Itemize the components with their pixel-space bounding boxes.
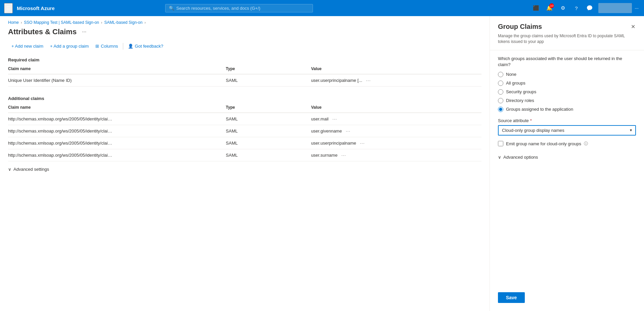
table-row: http://schemas.xmlsoap.org/ws/2005/05/id…: [8, 137, 481, 149]
radio-option-all-groups[interactable]: All groups: [498, 81, 636, 86]
required-claim-type-cell: SAML: [226, 74, 311, 87]
emit-group-label: Emit group name for cloud-only groups: [506, 141, 581, 146]
breadcrumb-sso[interactable]: SSO Mapping Test | SAML-based Sign-on: [24, 20, 99, 25]
radio-option-directory-roles[interactable]: Directory roles: [498, 98, 636, 103]
claim-type-0: SAML: [226, 113, 311, 125]
radio-option-security-groups[interactable]: Security groups: [498, 89, 636, 95]
source-attribute-label: Source attribute *: [498, 118, 636, 123]
toolbar-divider: [123, 43, 123, 50]
radio-option-groups-assigned[interactable]: Groups assigned to the application: [498, 107, 636, 112]
radio-assigned-label: Groups assigned to the application: [506, 107, 573, 112]
additional-col-value: Value: [311, 102, 481, 113]
notifications-btn[interactable]: 🔔 10: [543, 2, 555, 14]
hamburger-menu[interactable]: ☰: [4, 3, 13, 13]
advanced-options-label: Advanced options: [503, 155, 538, 160]
claim-name-3-text: http://schemas.xmlsoap.org/ws/2005/05/id…: [8, 153, 116, 158]
search-input[interactable]: [176, 6, 309, 11]
required-col-value: Value: [311, 64, 481, 74]
help-btn[interactable]: ?: [570, 2, 582, 14]
portal-icon-btn[interactable]: ⬛: [530, 2, 542, 14]
radio-option-none[interactable]: None: [498, 72, 636, 77]
required-indicator: *: [530, 118, 532, 123]
claim-value-1: user.givenname ···: [311, 125, 481, 137]
claim-1-more-btn[interactable]: ···: [346, 128, 351, 134]
got-feedback-button[interactable]: 👤 Got feedback?: [125, 42, 167, 51]
required-claim-name-cell: Unique User Identifier (Name ID): [8, 74, 226, 87]
claim-3-more-btn[interactable]: ···: [341, 153, 346, 158]
columns-icon: ⊞: [95, 44, 99, 49]
claim-value-0: user.mail ···: [311, 113, 481, 125]
add-new-claim-button[interactable]: + Add new claim: [8, 42, 47, 51]
claim-type-2: SAML: [226, 137, 311, 149]
table-row: http://schemas.xmlsoap.org/ws/2005/05/id…: [8, 113, 481, 125]
source-attribute-label-text: Source attribute: [498, 118, 529, 123]
notification-badge: 10: [549, 3, 554, 8]
claim-0-more-btn[interactable]: ···: [332, 116, 337, 121]
advanced-settings-toggle[interactable]: ∨ Advanced settings: [0, 161, 490, 177]
additional-claims-section: Additional claims Claim name Type Value …: [0, 93, 490, 161]
breadcrumb-home[interactable]: Home: [8, 20, 19, 25]
radio-none-label: None: [506, 72, 516, 77]
radio-all-input[interactable]: [498, 81, 503, 86]
required-claim-more-btn[interactable]: ···: [366, 78, 371, 83]
main-layout: Home › SSO Mapping Test | SAML-based Sig…: [0, 16, 644, 311]
additional-claims-table: Claim name Type Value http://schemas.xml…: [8, 102, 481, 161]
panel-close-button[interactable]: ✕: [630, 23, 636, 31]
required-claim-value: user.userprincipalname [...: [311, 78, 362, 83]
claim-2-more-btn[interactable]: ···: [360, 141, 365, 146]
advanced-options-chevron-icon: ∨: [498, 155, 501, 160]
columns-button[interactable]: ⊞ Columns: [92, 42, 121, 51]
advanced-options-toggle[interactable]: ∨ Advanced options: [498, 152, 636, 162]
additional-col-claim-name: Claim name: [8, 102, 226, 113]
feedback-person-icon: 👤: [128, 44, 133, 49]
panel-body: Which groups associated with the user sh…: [490, 56, 644, 287]
claim-name-0-text: http://schemas.xmlsoap.org/ws/2005/05/id…: [8, 116, 116, 121]
radio-assigned-input[interactable]: [498, 107, 503, 112]
radio-dir-input[interactable]: [498, 98, 503, 103]
panel-footer: Save: [490, 287, 644, 311]
toolbar: + Add new claim + Add a group claim ⊞ Co…: [0, 36, 490, 55]
radio-security-input[interactable]: [498, 89, 503, 95]
page-title: Attributes & Claims: [8, 28, 77, 36]
page-title-more-btn[interactable]: ···: [80, 28, 88, 36]
topbar-icons: ⬛ 🔔 10 ⚙ ? ···: [530, 2, 640, 14]
claim-name-2: http://schemas.xmlsoap.org/ws/2005/05/id…: [8, 137, 226, 149]
claim-value-1-text: user.givenname: [311, 128, 342, 134]
claim-name-0: http://schemas.xmlsoap.org/ws/2005/05/id…: [8, 113, 226, 125]
topbar: ☰ Microsoft Azure 🔍 ⬛ 🔔 10 ⚙ ? ···: [0, 0, 644, 16]
additional-col-type: Type: [226, 102, 311, 113]
claim-name-3: http://schemas.xmlsoap.org/ws/2005/05/id…: [8, 149, 226, 161]
radio-dir-label: Directory roles: [506, 98, 534, 103]
search-box: 🔍: [165, 4, 313, 12]
breadcrumb-chevron-1: ›: [21, 21, 22, 24]
breadcrumb-chevron-2: ›: [101, 21, 102, 24]
advanced-settings-chevron: ∨: [8, 167, 11, 172]
info-icon[interactable]: ⓘ: [584, 141, 588, 147]
columns-label: Columns: [101, 44, 118, 49]
panel-subtitle: Manage the group claims used by Microsof…: [490, 33, 644, 50]
radio-security-label: Security groups: [506, 89, 536, 94]
content-pane: Home › SSO Mapping Test | SAML-based Sig…: [0, 16, 490, 311]
required-claim-title: Required claim: [8, 55, 481, 64]
breadcrumb-saml[interactable]: SAML-based Sign-on: [104, 20, 142, 25]
breadcrumb-chevron-3: ›: [144, 21, 145, 24]
emit-group-name-row: Emit group name for cloud-only groups ⓘ: [498, 141, 636, 147]
add-group-claim-button[interactable]: + Add a group claim: [47, 42, 92, 51]
panel-title: Group Claims: [498, 23, 542, 31]
radio-none-input[interactable]: [498, 72, 503, 77]
breadcrumb: Home › SSO Mapping Test | SAML-based Sig…: [0, 16, 490, 25]
user-avatar[interactable]: [598, 3, 632, 13]
emit-group-checkbox[interactable]: [498, 141, 503, 146]
topbar-more-btn[interactable]: ···: [633, 4, 640, 12]
required-claim-value-cell: user.userprincipalname [... ···: [311, 74, 481, 87]
source-attribute-select[interactable]: Cloud-only group display names Group ID …: [499, 126, 635, 135]
feedback-btn[interactable]: [584, 2, 596, 14]
table-row: Unique User Identifier (Name ID) SAML us…: [8, 74, 481, 87]
save-button[interactable]: Save: [498, 292, 525, 303]
add-new-claim-label: + Add new claim: [11, 44, 43, 49]
app-logo: Microsoft Azure: [17, 5, 55, 11]
required-col-claim-name: Claim name: [8, 64, 226, 74]
settings-btn[interactable]: ⚙: [557, 2, 569, 14]
radio-all-label: All groups: [506, 81, 525, 86]
claim-value-2: user.userprincipalname ···: [311, 137, 481, 149]
